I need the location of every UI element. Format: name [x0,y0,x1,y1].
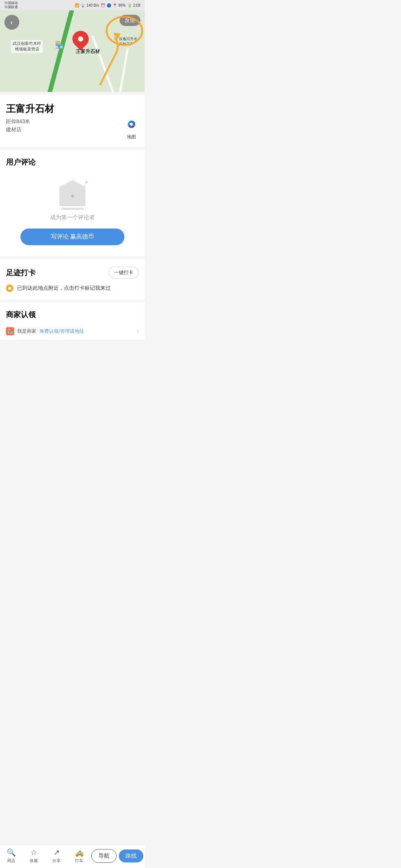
factory-label: 乐逸日升水刀加工厂 [119,36,137,47]
merchant-icon: 🏪 [6,327,14,335]
map-pin [72,31,89,47]
place-type: 建材店 [6,126,30,133]
review-section: 用户评论 ✦ ✦ 成为第一个评论者 写评论 赢高德币 [0,150,145,256]
time-label: 2:08 [133,3,140,7]
carrier1-label: 中国移动 [4,1,18,5]
one-click-checkin-button[interactable]: 一键打卡 [108,267,139,279]
bamboo-store-label: 武汉创新竹木纤维墙板直营店 [11,40,43,53]
speed-label: 140 B/s [87,3,99,7]
empty-icon: ✦ ✦ [58,182,87,208]
bluetooth-icon: 🔵 [107,3,111,7]
place-name: 王富升石材 [6,102,139,115]
place-meta: 距你843米 建材店 [6,118,139,140]
star-eyes-icon: ✦ [69,192,76,201]
write-review-button[interactable]: 写评论 赢高德币 [20,228,124,245]
merchant-title: 商家认领 [6,310,139,320]
chevron-right-icon: › [137,328,139,335]
back-arrow-icon: ‹ [10,19,13,26]
map-area: 武汉创新竹木纤维墙板直营店 🏪 王富升石材 乐逸日升水刀加工厂 ‹ 反馈 [0,10,145,92]
main-place-label: 王富升石材 [74,47,101,56]
status-bar: 中国移动 中国联通 📶 📡 140 B/s ⏰ 🔵 📍 99% 🔋 2:08 [0,0,145,10]
empty-reviews-state: ✦ ✦ 成为第一个评论者 写评论 赢高德币 [6,175,139,249]
pin-inner [78,36,83,42]
footprint-title: 足迹打卡 [6,268,36,278]
place-distance: 距你843米 [6,118,30,125]
store-icon: 🏪 [55,41,63,49]
footprint-info-text: 已到达此地点附近，点击打卡标记我来过 [17,285,111,292]
alarm-icon: ⏰ [101,3,105,7]
footprint-section: 足迹打卡 一键打卡 已到达此地点附近，点击打卡标记我来过 [0,259,145,299]
location-icon-status: 📍 [113,3,117,7]
open-map-button[interactable]: 地图 [124,118,139,140]
feedback-button[interactable]: 反馈 [120,15,140,26]
reviews-title: 用户评论 [6,157,139,167]
merchant-link[interactable]: 免费认领/管理该地址 [39,328,84,335]
empty-reviews-text: 成为第一个评论者 [50,214,95,221]
battery-label: 99% [118,3,126,7]
location-dot-icon [6,285,13,292]
house-shape: ✦ [59,186,85,206]
footprint-info: 已到达此地点附近，点击打卡标记我来过 [6,285,139,292]
signal-icon: 📶 [75,3,79,7]
house-roof [59,180,85,187]
map-app-icon [124,118,139,133]
merchant-section: 商家认领 🏪 我是商家 免费认领/管理该地址 › [0,302,145,340]
merchant-row[interactable]: 🏪 我是商家 免费认领/管理该地址 › [6,327,139,335]
map-icon-label: 地图 [127,134,136,140]
info-card: 王富升石材 距你843米 建材店 [0,95,145,147]
location-dot-inner [8,287,11,290]
place-details: 距你843米 建材店 [6,118,30,133]
wifi-icon: 📡 [81,3,85,7]
carrier2-label: 中国联通 [4,5,18,9]
battery-icon: 🔋 [127,3,132,7]
house-base [61,208,84,210]
back-button[interactable]: ‹ [4,15,19,30]
merchant-row-text: 我是商家 [17,328,36,335]
footprint-header: 足迹打卡 一键打卡 [6,267,139,279]
